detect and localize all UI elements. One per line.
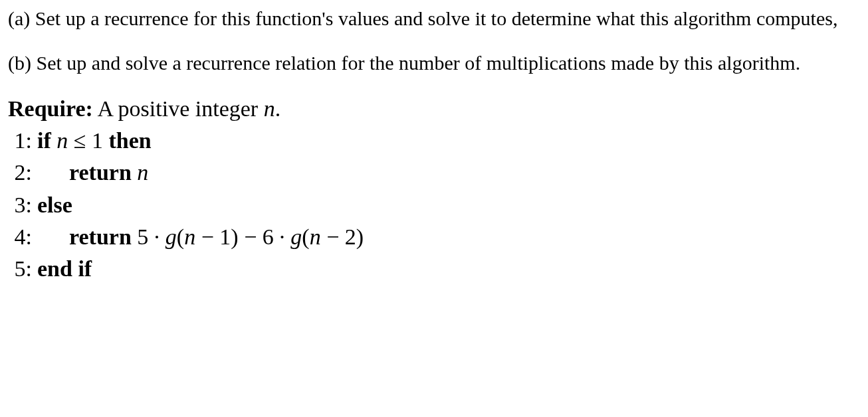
return-keyword-4: return [69,224,132,249]
cond-rest: ≤ 1 [68,128,108,153]
require-text: A positive integer [93,96,264,121]
question-a: (a) Set up a recurrence for this functio… [8,5,860,31]
algo-line-3: 3:else [8,191,860,220]
line-num-1: 1: [8,126,32,155]
require-line: Require: A positive integer n. [8,94,860,124]
require-label: Require: [8,96,93,121]
endif-keyword: end if [37,256,92,281]
if-keyword: if [37,128,56,153]
return-var-2: n [137,160,148,185]
algo-line-4: 4:return 5 · g(n − 1) − 6 · g(n − 2) [8,222,860,252]
algo-line-1: 1:if n ≤ 1 then [8,126,860,155]
expr-c: − 1) − 6 · [195,224,290,249]
line-num-2: 2: [8,158,32,187]
question-b-text: (b) Set up and solve a recurrence relati… [8,52,800,74]
algorithm-block: Require: A positive integer n. 1:if n ≤ … [8,94,860,284]
expr-g2: g [290,224,302,249]
then-keyword: then [108,128,151,153]
algo-line-2: 2:return n [8,158,860,187]
question-b: (b) Set up and solve a recurrence relati… [8,50,860,76]
else-keyword: else [37,193,72,217]
question-a-text: (a) Set up a recurrence for this functio… [8,7,837,29]
expr-a: 5 · [137,224,165,249]
line-num-4: 4: [8,222,32,252]
return-keyword-2: return [69,160,132,185]
cond-var: n [56,128,68,153]
expr-g1: g [165,224,177,249]
expr-b: ( [177,224,184,249]
require-var: n [264,96,275,121]
require-period: . [275,96,281,121]
expr-n1: n [184,224,195,249]
algo-line-5: 5:end if [8,254,860,284]
expr-n2: n [310,224,321,249]
expr-d: ( [302,224,309,249]
expr-e: − 2) [321,224,364,249]
line-num-5: 5: [8,254,32,284]
line-num-3: 3: [8,191,32,220]
